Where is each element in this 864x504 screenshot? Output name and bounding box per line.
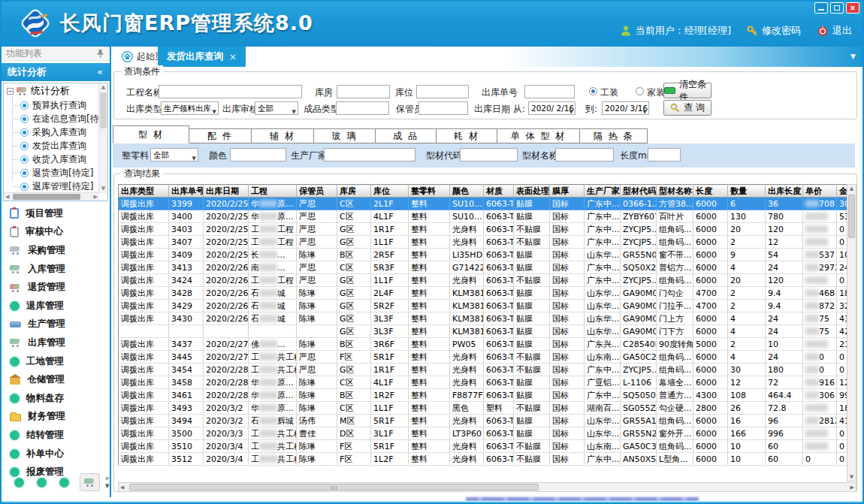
scroll-right-icon[interactable]: ▶ [850, 484, 854, 490]
table-row[interactable]: 调拨出库34452020/2/27工共工程严思F区5R1F整料光身料6063-T… [119, 351, 847, 364]
product-type-input[interactable] [336, 101, 389, 115]
tree-item[interactable]: 采购入库查询 [4, 125, 99, 139]
table-row[interactable]: 调拨出库34282020/2/26石城陈琳G区2L4F整料KLM38176063… [119, 287, 847, 300]
color-input[interactable] [230, 148, 286, 161]
scroll-down-icon[interactable]: ▼ [99, 185, 107, 193]
profile-code-input[interactable] [460, 148, 518, 161]
scroll-right-icon[interactable]: ▶ [94, 194, 98, 200]
out-type-select[interactable]: 生产领料出库▼ [161, 101, 219, 115]
material-tab[interactable]: 隔 热 条 [580, 128, 648, 143]
material-tab[interactable]: 型 材 [113, 125, 189, 143]
table-row[interactable]: 调拨出库35102020/3/4工共工程陈琳F区5R1F整料光身料6063-T5… [119, 440, 847, 453]
close-button[interactable]: × [846, 2, 859, 14]
tree-item[interactable]: 退库管理[待定] [4, 180, 99, 193]
sidebar-module-item[interactable]: 物料盘存 [2, 389, 110, 408]
scroll-left-icon[interactable]: ◀ [120, 484, 124, 490]
scroll-thumb[interactable] [848, 195, 855, 238]
tree-item[interactable]: 发货出库查询 [4, 139, 99, 152]
column-header[interactable]: 保管员 [297, 185, 337, 198]
sidebar-module-item[interactable]: 入库管理 [2, 260, 110, 279]
table-row[interactable]: 调拨出库34302020/2/26石城陈琳G区3L3F整料KLM38176063… [119, 312, 847, 325]
gongzhuang-radio[interactable] [589, 87, 597, 95]
sidebar-module-item[interactable]: 项目管理 [2, 204, 110, 223]
audit-select[interactable]: 全部▼ [255, 101, 298, 115]
maximize-button[interactable] [830, 2, 844, 14]
column-header[interactable]: 型材名称 [657, 185, 693, 198]
table-row[interactable]: 调拨出库34612020/2/28华原...陈琳B区1R2F整料F8877FT6… [119, 389, 847, 402]
pin-icon[interactable] [96, 49, 104, 59]
table-row[interactable]: 调拨出库34582020/2/28华原...陈琳C区4L1F整料光身料6063-… [119, 376, 847, 389]
column-header[interactable]: 出库长度 [766, 185, 803, 198]
column-header[interactable]: 膜厚 [550, 185, 585, 198]
scroll-down-icon[interactable]: ▼ [847, 474, 856, 480]
sidebar-module-item[interactable]: 审核中心 [2, 223, 110, 242]
module-dot-icon[interactable] [37, 478, 47, 487]
logout-button[interactable]: 退出 [817, 24, 852, 38]
column-header[interactable]: 数量 [728, 185, 766, 198]
sidebar-module-item[interactable]: 退货管理 [2, 278, 110, 297]
tab-active[interactable]: 发货出库查询 × [158, 47, 246, 67]
sidebar-module-item[interactable]: 财务管理 [2, 408, 110, 427]
column-header[interactable]: 出库类型 [119, 185, 169, 198]
tab-close-icon[interactable]: × [229, 52, 237, 62]
material-tab[interactable]: 配 件 [189, 128, 252, 143]
tree-horizontal-scrollbar[interactable]: ◀ ▶ [4, 192, 99, 201]
column-header[interactable]: 工程 [249, 185, 297, 198]
column-header[interactable]: 表面处理 [514, 185, 550, 198]
column-header[interactable]: 出库单号 [169, 185, 204, 198]
scroll-up-icon[interactable]: ▲ [847, 186, 856, 192]
sidebar-module-item[interactable]: 生产管理 [2, 315, 110, 334]
cart-module-button[interactable] [80, 473, 101, 491]
keeper-input[interactable] [418, 101, 468, 115]
sidebar-module-item[interactable]: 仓储管理 [2, 370, 110, 389]
table-row[interactable]: 调拨出库35002020/3/3工共工程曹佳D区3L1F整料LT3P606063… [119, 427, 847, 440]
column-header[interactable]: 颜色 [450, 185, 484, 198]
table-row[interactable]: 调拨出库34292020/2/26石城陈琳G区5R2F整料KLM38176063… [119, 300, 847, 312]
sidebar-module-item[interactable]: 采购管理 [2, 241, 110, 260]
scroll-thumb[interactable] [129, 484, 539, 490]
column-header[interactable]: 生产厂家 [585, 185, 621, 198]
sidebar-group-header[interactable]: 统计分析 « [2, 63, 110, 81]
table-row[interactable]: 调拨出库34932020/3/2华原...陈琳C区1L1F整料黑色塑料不贴膜国标… [119, 402, 847, 415]
manufacturer-input[interactable] [324, 148, 415, 161]
tree-root-item[interactable]: − 统计分析 [4, 83, 99, 98]
minimize-button[interactable] [814, 2, 828, 14]
tree-item[interactable]: 预算执行查询 [4, 98, 99, 112]
scroll-left-icon[interactable]: ◀ [5, 194, 9, 200]
sidebar-module-item[interactable]: 补单中心 [2, 445, 110, 463]
table-row[interactable]: 调拨出库34242020/2/26工工程严思G区1L1F整料光身料6063-T5… [119, 274, 847, 287]
table-row[interactable]: 调拨出库33992020/2/25华原...严思C区2L1F整料SU10...6… [119, 198, 847, 210]
material-tab[interactable]: 单 体 型 材 [497, 128, 580, 143]
table-row[interactable]: 调拨出库34942020/3/2石辉城汤伟M区5R1F整料光身料6063-T5贴… [119, 415, 847, 427]
column-header[interactable]: 单价 [803, 185, 837, 198]
table-row[interactable]: 调拨出库34002020/2/25华原...严思C区4L1F整料SU10...6… [119, 210, 847, 223]
date-to-select[interactable]: 2020/ 3/16▼ [602, 101, 649, 115]
length-input[interactable] [648, 148, 681, 161]
whole-part-select[interactable]: 全部▼ [150, 148, 198, 161]
more-modules-button[interactable]: »▾ [104, 475, 110, 490]
collapse-icon[interactable]: « [97, 63, 103, 81]
order-no-input[interactable] [524, 85, 575, 98]
clear-conditions-button[interactable]: 清空条件 [663, 83, 711, 98]
column-header[interactable]: 库房 [337, 185, 371, 198]
grid-vertical-scrollbar[interactable]: ▲ ▼ [847, 184, 856, 481]
tree-vertical-scrollbar[interactable]: ▲ ▼ [98, 83, 107, 193]
sidebar-module-item[interactable]: 退库管理 [2, 297, 110, 315]
column-header[interactable]: 长度 [693, 185, 728, 198]
table-row[interactable]: 调拨出库34092020/2/25长...陈琳B区2R5F整料LI35HD606… [119, 249, 847, 261]
column-header[interactable]: 整零料 [409, 185, 450, 198]
tree-collapse-box[interactable]: − [7, 88, 14, 95]
sidebar-module-item[interactable]: 出库管理 [2, 333, 110, 352]
tree-item[interactable]: 收货入库查询 [4, 152, 99, 166]
table-row[interactable]: G区3L3F整料KLM38176063-T5贴膜国标山东华...GA90M09.… [119, 325, 847, 338]
column-header[interactable]: 金 [837, 185, 847, 198]
table-row[interactable]: 调拨出库34032020/2/25工工程严思G区1R1F整料光身料6063-T5… [119, 223, 847, 236]
column-header[interactable]: 出库日期 [204, 185, 249, 198]
date-from-select[interactable]: 2020/ 2/16▼ [528, 101, 575, 115]
material-tab[interactable]: 辅 材 [252, 128, 314, 143]
warehouse-input[interactable] [337, 85, 390, 98]
material-tab[interactable]: 成 品 [376, 128, 437, 143]
location-input[interactable] [416, 85, 469, 98]
material-tab[interactable]: 玻 璃 [314, 128, 376, 143]
sidebar-module-item[interactable]: 工地管理 [2, 352, 110, 371]
